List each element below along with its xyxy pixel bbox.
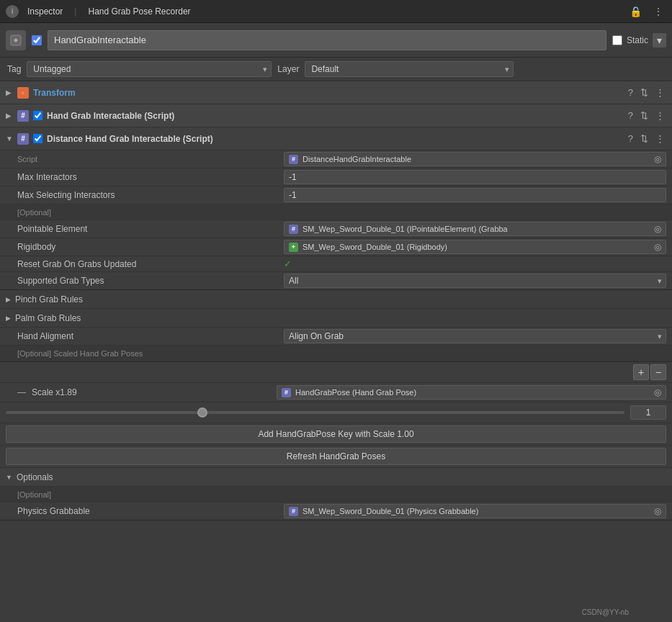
plus-minus-btns: + − (633, 364, 666, 380)
max-interactors-input[interactable] (284, 170, 666, 184)
physics-circle-btn[interactable]: ◎ (654, 506, 661, 516)
slider-value-input[interactable] (630, 405, 666, 420)
palm-grab-rules-label: Palm Grab Rules (15, 313, 81, 323)
layer-label: Layer (277, 64, 299, 74)
static-label: Static (627, 35, 648, 45)
pose-ref-icon: # (282, 388, 291, 397)
distance-hand-grab-header[interactable]: ▼ # Distance Hand Grab Interactable (Scr… (0, 127, 672, 150)
distance-menu-btn[interactable]: ⋮ (654, 133, 666, 144)
scale-label: Scale x1.89 (32, 387, 277, 397)
pointable-ref-icon: # (289, 225, 298, 234)
script-row: Script # DistanceHandGrabInteractable ◎ (0, 150, 672, 168)
optional-inner-label: [Optional] (17, 490, 284, 499)
hand-grab-help-btn[interactable]: ? (627, 110, 635, 121)
physics-ref-icon: # (289, 507, 298, 516)
hand-alignment-row: Hand Aligment Align On Grab (0, 328, 672, 346)
remove-item-button[interactable]: − (650, 364, 666, 380)
transform-component-header[interactable]: ▶ Transform ? ⇅ ⋮ (0, 81, 672, 104)
max-selecting-label: Max Selecting Interactors (17, 190, 284, 200)
add-item-button[interactable]: + (633, 364, 649, 380)
hand-alignment-props: Hand Aligment Align On Grab [Optional] S… (0, 328, 672, 362)
script-ref: # DistanceHandGrabInteractable ◎ (284, 152, 666, 166)
pinch-grab-rules-header[interactable]: ▶ Pinch Grab Rules (0, 290, 672, 309)
pose-circle-btn[interactable]: ◎ (654, 387, 661, 397)
scaled-poses-label: [Optional] Scaled Hand Grab Poses (17, 349, 284, 358)
distance-help-btn[interactable]: ? (627, 133, 635, 144)
supported-grab-dropdown-wrapper: All (284, 274, 666, 288)
svg-point-2 (22, 91, 24, 94)
optionals-section: ▼ Optionals [Optional] Physics Grabbable… (0, 468, 672, 520)
object-active-checkbox[interactable] (32, 35, 42, 45)
layer-select[interactable]: Default (305, 61, 514, 77)
pose-ref-text: HandGrabPose (Hand Grab Pose) (295, 388, 650, 397)
distance-actions: ? ⇅ ⋮ (627, 133, 666, 144)
tag-select[interactable]: Untagged (27, 61, 272, 77)
max-selecting-input[interactable] (284, 188, 666, 202)
scaled-poses-row: [Optional] Scaled Hand Grab Poses (0, 346, 672, 361)
add-key-btn-row: Add HandGrabPose Key with Scale 1.00 (0, 423, 672, 446)
physics-grabbable-label: Physics Grabbable (17, 506, 284, 516)
window-title: Hand Grab Pose Recorder (88, 6, 190, 17)
script-circle-btn[interactable]: ◎ (654, 154, 661, 164)
script-label: Script (17, 155, 284, 163)
tag-label: Tag (7, 64, 21, 74)
hand-grab-settings-btn[interactable]: ⇅ (639, 110, 650, 121)
pinch-grab-rules-label: Pinch Grab Rules (15, 294, 83, 305)
menu-button[interactable]: ⋮ (650, 6, 666, 17)
static-dropdown-button[interactable]: ▾ (653, 33, 666, 48)
distance-checkbox[interactable] (33, 134, 42, 143)
pointable-element-ref: # SM_Wep_Sword_Double_01 (IPointableElem… (284, 222, 666, 236)
rigidbody-label: Rigidbody (17, 242, 284, 252)
hand-grab-checkbox[interactable] (33, 111, 42, 120)
optionals-expand-arrow: ▼ (6, 474, 12, 481)
hand-grab-actions: ? ⇅ ⋮ (627, 110, 666, 121)
title-bar-actions: 🔒 ⋮ (627, 6, 666, 17)
physics-ref-text: SM_Wep_Sword_Double_01 (Physics Grabbabl… (303, 507, 650, 515)
supported-grab-select[interactable]: All (284, 274, 666, 288)
scale-dash: — (17, 387, 26, 397)
inspector-label: Inspector (27, 6, 63, 17)
optionals-header[interactable]: ▼ Optionals (0, 468, 672, 487)
object-name-input[interactable] (48, 30, 606, 50)
rigidbody-ref-icon: + (289, 243, 298, 252)
tag-select-wrapper: Untagged (27, 61, 272, 77)
rigidbody-ref-text: SM_Wep_Sword_Double_01 (Rigidbody) (303, 243, 650, 251)
footer-watermark: CSDN@YY-nb (582, 608, 629, 616)
pointable-circle-btn[interactable]: ◎ (654, 224, 661, 234)
tag-layer-row: Tag Untagged Layer Default (0, 58, 672, 81)
hand-alignment-dropdown-wrapper: Align On Grab (284, 329, 666, 343)
supported-grab-label: Supported Grab Types (17, 276, 284, 286)
slider-thumb[interactable] (197, 407, 207, 418)
transform-menu-btn[interactable]: ⋮ (654, 87, 666, 98)
slider-track (6, 411, 624, 414)
hand-grab-title: Hand Grab Interactable (Script) (47, 111, 627, 121)
distance-expand-arrow: ▼ (6, 135, 14, 143)
transform-settings-btn[interactable]: ⇅ (639, 87, 650, 98)
rigidbody-ref: + SM_Wep_Sword_Double_01 (Rigidbody) ◎ (284, 240, 666, 254)
static-checkbox[interactable] (612, 35, 622, 45)
hand-grab-icon: # (17, 110, 29, 122)
hand-alignment-select[interactable]: Align On Grab (284, 329, 666, 343)
static-area: Static ▾ (612, 33, 666, 48)
object-3d-icon (6, 30, 26, 50)
lock-button[interactable]: 🔒 (627, 6, 645, 17)
distance-settings-btn[interactable]: ⇅ (639, 133, 650, 144)
physics-grabbable-ref: # SM_Wep_Sword_Double_01 (Physics Grabba… (284, 504, 666, 518)
optional-label-row: [Optional] (0, 487, 672, 502)
add-key-button[interactable]: Add HandGrabPose Key with Scale 1.00 (6, 425, 666, 443)
slider-track-row (0, 402, 672, 423)
refresh-button[interactable]: Refresh HandGrab Poses (6, 448, 666, 465)
palm-grab-rules-header[interactable]: ▶ Palm Grab Rules (0, 309, 672, 328)
max-selecting-row: Max Selecting Interactors (0, 186, 672, 204)
hand-grab-interactable-header[interactable]: ▶ # Hand Grab Interactable (Script) ? ⇅ … (0, 104, 672, 127)
transform-icon (17, 87, 29, 99)
optionals-props: [Optional] Physics Grabbable # SM_Wep_Sw… (0, 487, 672, 520)
pinch-collapse-arrow: ▶ (6, 296, 11, 303)
physics-grabbable-row: Physics Grabbable # SM_Wep_Sword_Double_… (0, 502, 672, 520)
transform-help-btn[interactable]: ? (627, 87, 635, 98)
reset-grab-label: Reset Grab On Grabs Updated (17, 259, 284, 269)
transform-actions: ? ⇅ ⋮ (627, 87, 666, 98)
rigidbody-circle-btn[interactable]: ◎ (654, 242, 661, 252)
pointable-ref-text: SM_Wep_Sword_Double_01 (IPointableElemen… (303, 225, 650, 233)
hand-grab-menu-btn[interactable]: ⋮ (654, 110, 666, 121)
